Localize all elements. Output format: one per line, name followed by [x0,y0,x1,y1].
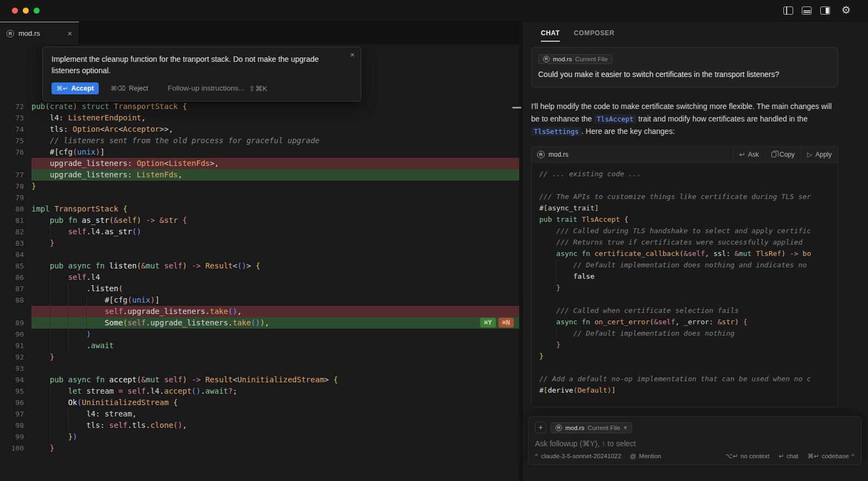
code-line[interactable]: /// Called when certificate selection fa… [539,305,832,316]
line-number[interactable]: 87 [0,283,31,294]
line-number[interactable]: 89 [0,317,31,329]
code-line[interactable] [539,179,832,191]
code-line[interactable]: upgrade_listeners: Option<ListenFds>, [0,158,519,169]
window-close-button[interactable] [12,8,18,14]
line-number[interactable]: 84 [0,249,31,260]
code-line[interactable]: 77 upgrade_listeners: ListenFds, [0,169,519,181]
window-minimize-button[interactable] [23,8,29,14]
code-line[interactable]: 78} [0,181,519,192]
line-number[interactable]: 76 [0,146,31,158]
line-number[interactable]: 73 [0,112,31,124]
code-line[interactable]: 92 } [0,351,519,363]
code-line[interactable]: } [539,350,832,362]
toggle-panel-icon[interactable] [802,7,812,15]
input-placeholder[interactable]: Ask followup (⌘Y), ↑ to select [535,439,854,448]
line-number[interactable]: 78 [0,181,31,192]
code-line[interactable]: 75 // listeners sent from the old proces… [0,135,519,146]
model-selector[interactable]: claude-3-5-sonnet-20241022 [535,453,621,459]
code-line[interactable]: 90 ) [0,329,519,340]
no-context-button[interactable]: ⌥↵ no context [725,452,769,460]
code-line[interactable]: async fn on_cert_error(&self, _error: &s… [539,316,832,328]
tab-close-icon[interactable]: × [67,30,72,37]
input-context-chip[interactable]: R mod.rs Current File × [551,422,632,433]
toggle-secondary-sidebar-icon[interactable] [820,7,830,15]
line-number[interactable]: 79 [0,192,31,203]
line-number[interactable]: 100 [0,442,31,454]
code-line[interactable]: /// Called during TLS handshake to selec… [539,225,832,236]
code-line[interactable]: 80impl TransportStack { [0,203,519,215]
code-line[interactable]: 94 pub async fn accept(&mut self) -> Res… [0,374,519,386]
line-number[interactable]: 88 [0,294,31,306]
code-line[interactable]: 100 } [0,442,519,454]
scrollbar-thumb[interactable] [512,107,521,108]
line-number[interactable] [0,306,31,317]
mention-button[interactable]: Mention [630,453,661,459]
line-number[interactable]: 82 [0,226,31,238]
code-line[interactable]: 82 self.l4.as_str() [0,226,519,238]
tab-mod-rs[interactable]: R mod.rs × [0,22,79,44]
line-number[interactable]: 99 [0,431,31,442]
line-number[interactable]: 81 [0,215,31,226]
codebase-submit-button[interactable]: ⌘↵ codebase [808,452,854,460]
line-number[interactable]: 96 [0,397,31,408]
line-number[interactable]: 92 [0,351,31,363]
code-line[interactable]: 89 Some(self.upgrade_listeners.take()),⌘… [0,317,519,329]
code-line[interactable]: /// Returns true if certificates were su… [539,236,832,248]
copy-button[interactable]: Copy [765,147,801,163]
code-line[interactable]: #[async_trait] [539,202,832,214]
tab-composer[interactable]: COMPOSER [574,29,615,42]
diff-reject-badge[interactable]: ⌘N [499,318,514,328]
code-line[interactable]: 83 } [0,238,519,249]
line-number[interactable]: 95 [0,386,31,397]
line-number[interactable]: 74 [0,124,31,135]
code-editor[interactable]: 72pub(crate) struct TransportStack {73 l… [0,44,519,481]
line-number[interactable]: 98 [0,420,31,431]
popup-close-icon[interactable]: × [350,51,355,59]
toggle-primary-sidebar-icon[interactable] [783,7,793,15]
line-number[interactable]: 93 [0,363,31,374]
code-line[interactable]: 85 pub async fn listen(&mut self) -> Res… [0,260,519,272]
code-line[interactable]: false [539,271,832,282]
code-line[interactable]: pub trait TlsAccept { [539,214,832,225]
diff-accept-badge[interactable]: ⌘Y [480,318,495,328]
code-line[interactable]: 86 self.l4 [0,272,519,283]
code-line[interactable]: 91 .await [0,340,519,351]
line-number[interactable]: 75 [0,135,31,146]
ask-button[interactable]: ↩ Ask [733,147,765,163]
line-number[interactable]: 94 [0,374,31,386]
code-line[interactable]: #[derive(Default)] [539,384,832,396]
code-line[interactable]: } [539,282,832,293]
line-number[interactable]: 77 [0,169,31,181]
line-number[interactable]: 90 [0,329,31,340]
line-number[interactable] [0,158,31,169]
line-number[interactable]: 91 [0,340,31,351]
code-line[interactable]: // ... existing code ... [539,168,832,179]
accept-button[interactable]: ⌘↵ Accept [52,82,99,94]
code-line[interactable]: 76 #[cfg(unix)] [0,146,519,158]
code-line[interactable]: } [539,339,832,350]
context-chip[interactable]: R mod.rs Current File [538,54,612,64]
followup-instructions-field[interactable]: Follow-up instructions... ⇧⌘K [168,84,267,93]
code-line[interactable]: // Default implementation does nothing [539,328,832,339]
code-line[interactable]: 99 }) [0,431,519,442]
code-line[interactable]: // Add a default no-op implementation th… [539,373,832,384]
chat-submit-button[interactable]: ↵ chat [778,452,798,460]
line-number[interactable]: 97 [0,408,31,420]
code-line[interactable]: 98 tls: self.tls.clone(), [0,420,519,431]
code-line[interactable]: 84 [0,249,519,260]
chat-input[interactable]: R mod.rs Current File × Ask followup (⌘Y… [528,416,861,465]
code-line[interactable]: async fn certificate_callback(&self, ssl… [539,248,832,259]
code-line[interactable]: 93 [0,363,519,374]
tab-chat[interactable]: CHAT [541,29,560,42]
reject-button[interactable]: ⌘⌫ Reject [111,85,148,92]
code-line[interactable]: 88 #[cfg(unix)] [0,294,519,306]
code-line[interactable]: 74 tls: Option<Arc<Acceptor>>, [0,124,519,135]
code-line[interactable]: 73 l4: ListenerEndpoint, [0,112,519,124]
line-number[interactable]: 72 [0,101,31,112]
code-line[interactable]: 79 [0,192,519,203]
code-line[interactable]: // Default implementation does nothing a… [539,259,832,271]
chip-remove-icon[interactable]: × [623,424,627,432]
line-number[interactable]: 80 [0,203,31,215]
code-line[interactable]: 97 l4: stream, [0,408,519,420]
code-line[interactable] [539,293,832,305]
